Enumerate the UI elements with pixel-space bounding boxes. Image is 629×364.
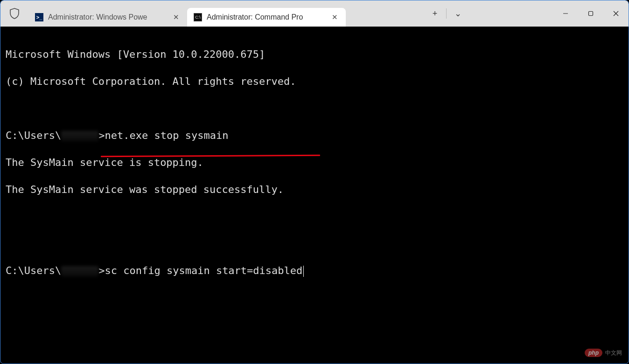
prompt-line-2: C:\Users\>sc config sysmain start=disabl… bbox=[6, 264, 623, 277]
output-line: The SysMain service is stopping. bbox=[6, 156, 623, 169]
titlebar: >_ Administrator: Windows Powe ✕ C:\ Adm… bbox=[0, 0, 629, 27]
watermark-text: 中文网 bbox=[605, 349, 622, 357]
blank-line bbox=[6, 210, 623, 223]
shield-icon bbox=[0, 8, 28, 19]
tab-label: Administrator: Command Pro bbox=[207, 13, 303, 21]
cmd-icon: C:\ bbox=[194, 13, 202, 21]
output-line: The SysMain service was stopped successf… bbox=[6, 183, 623, 196]
powershell-icon: >_ bbox=[35, 13, 43, 21]
version-line: Microsoft Windows [Version 10.0.22000.67… bbox=[6, 48, 623, 61]
command-text: net.exe stop sysmain bbox=[105, 130, 228, 141]
tab-strip: >_ Administrator: Windows Powe ✕ C:\ Adm… bbox=[28, 0, 346, 27]
tab-label: Administrator: Windows Powe bbox=[48, 13, 147, 21]
close-window-button[interactable] bbox=[603, 0, 629, 27]
svg-rect-1 bbox=[589, 12, 593, 16]
tab-dropdown-button[interactable]: ⌄ bbox=[447, 0, 469, 27]
watermark-pill: php bbox=[585, 349, 602, 357]
watermark: php 中文网 bbox=[585, 349, 622, 357]
copyright-line: (c) Microsoft Corporation. All rights re… bbox=[6, 75, 623, 88]
maximize-button[interactable] bbox=[578, 0, 603, 27]
titlebar-controls: + ⌄ bbox=[424, 0, 629, 27]
command-text: sc config sysmain start=disabled bbox=[105, 265, 302, 276]
blank-line bbox=[6, 237, 623, 250]
censored-username bbox=[61, 131, 98, 141]
chevron-down-icon: ⌄ bbox=[454, 8, 461, 19]
terminal-output[interactable]: Microsoft Windows [Version 10.0.22000.67… bbox=[1, 27, 628, 363]
censored-username bbox=[61, 266, 98, 276]
window-controls bbox=[553, 0, 629, 27]
close-icon[interactable]: ✕ bbox=[330, 13, 339, 21]
text-cursor bbox=[303, 266, 304, 277]
tab-powershell[interactable]: >_ Administrator: Windows Powe ✕ bbox=[28, 8, 187, 27]
prompt-line-1: C:\Users\>net.exe stop sysmain bbox=[6, 129, 623, 142]
add-tab-button[interactable]: + bbox=[424, 0, 446, 27]
tab-cmd[interactable]: C:\ Administrator: Command Pro ✕ bbox=[187, 8, 346, 27]
minimize-button[interactable] bbox=[553, 0, 578, 27]
close-icon[interactable]: ✕ bbox=[171, 13, 181, 21]
blank-line bbox=[6, 102, 623, 115]
